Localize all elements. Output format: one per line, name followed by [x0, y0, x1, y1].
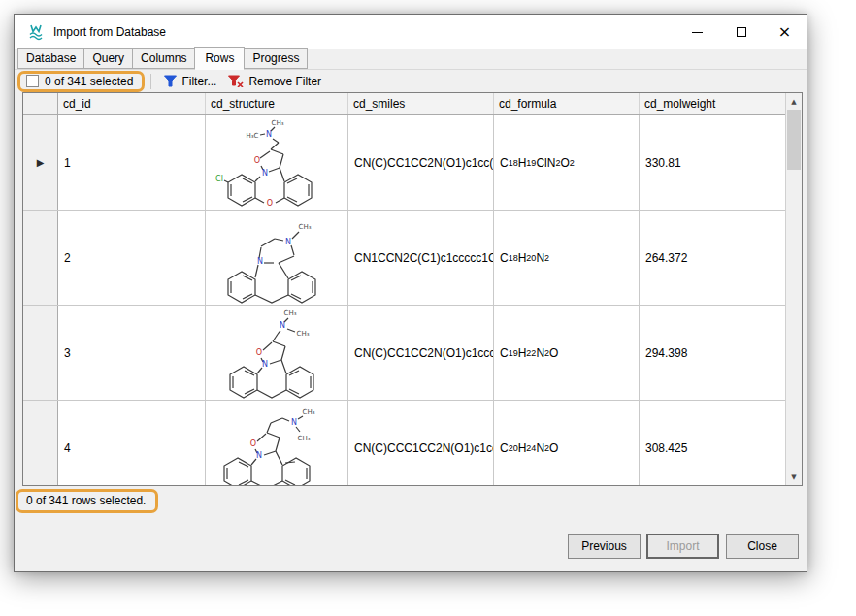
filter-button[interactable]: Filter... — [158, 73, 222, 90]
select-all-label: 0 of 341 selected — [45, 75, 133, 88]
cell-cd-id: 3 — [58, 306, 206, 400]
window-controls: × — [675, 15, 807, 49]
window-title: Import from Database — [53, 25, 166, 39]
status-bar: 0 of 341 rows selected. — [15, 486, 807, 515]
cell-cd-smiles: CN(C)CCC1CC2N(O1)c1cc… — [348, 401, 494, 486]
status-highlight-annotation: 0 of 341 rows selected. — [16, 489, 158, 513]
toolbar-separator — [150, 74, 151, 89]
svg-text:O: O — [256, 348, 262, 357]
cell-cd-smiles: CN1CCN2C(C1)c1ccccc1Cc… — [348, 211, 494, 305]
svg-text:N: N — [285, 238, 291, 246]
import-button[interactable]: Import — [646, 534, 719, 559]
molecule-structure-1: CH₃ H₃C N O N Cl O — [209, 116, 345, 210]
cell-cd-structure: N N CH₃ — [206, 211, 348, 305]
remove-filter-funnel-icon — [228, 75, 244, 87]
svg-text:O: O — [250, 439, 256, 448]
cell-cd-molweight: 308.425 — [640, 401, 785, 486]
minimize-button[interactable] — [675, 15, 719, 49]
column-header-cd-structure[interactable]: cd_structure — [206, 93, 348, 114]
maximize-icon — [737, 27, 746, 37]
scroll-up-icon: ▲ — [791, 98, 796, 106]
close-dialog-button[interactable]: Close — [726, 534, 799, 559]
cell-cd-smiles: CN(C)CC1CC2N(O1)c1cc(C… — [348, 115, 494, 210]
scrollbar-thumb[interactable] — [787, 110, 801, 170]
selection-highlight-annotation: 0 of 341 selected — [17, 71, 145, 92]
tab-progress[interactable]: Progress — [244, 48, 308, 69]
rows-selected-status: 0 of 341 rows selected. — [26, 494, 146, 507]
rows-toolbar: 0 of 341 selected Filter... Remove Filte… — [15, 70, 807, 92]
cell-cd-formula: C20H24N2O — [494, 401, 640, 486]
svg-text:CH₃: CH₃ — [299, 223, 312, 231]
svg-text:N: N — [266, 130, 272, 139]
svg-text:N: N — [256, 451, 262, 460]
scroll-up-button[interactable]: ▲ — [786, 93, 802, 110]
maximize-button[interactable] — [719, 15, 763, 49]
svg-text:N: N — [280, 321, 285, 330]
table-row[interactable]: 2 N N — [23, 211, 785, 306]
tab-database[interactable]: Database — [17, 48, 84, 69]
title-bar: Import from Database × — [15, 15, 807, 49]
tab-columns[interactable]: Columns — [132, 48, 195, 69]
filter-button-label: Filter... — [181, 75, 216, 88]
cell-cd-id: 4 — [58, 401, 206, 486]
results-grid: cd_id cd_structure cd_smiles cd_formula … — [22, 92, 803, 486]
close-button[interactable]: × — [763, 15, 807, 49]
cell-cd-id: 2 — [58, 211, 206, 305]
import-from-database-dialog: Import from Database × Database Query Co… — [14, 14, 807, 572]
svg-text:O: O — [267, 199, 273, 208]
cell-cd-molweight: 294.398 — [640, 306, 785, 400]
tab-strip: Database Query Columns Rows Progress — [15, 49, 807, 70]
select-all-checkbox[interactable] — [26, 75, 39, 87]
cell-cd-formula: C18H19ClN2O2 — [494, 115, 640, 210]
row-header-2[interactable] — [23, 211, 58, 305]
table-row[interactable]: 4 — [23, 401, 785, 486]
grid-header-row: cd_id cd_structure cd_smiles cd_formula … — [23, 93, 785, 115]
row-header-1[interactable]: ▶ — [23, 115, 58, 210]
molecule-structure-3: CH₃ CH₃ N O N — [209, 307, 345, 400]
row-header-4[interactable] — [23, 401, 58, 486]
cell-cd-structure: CH₃ CH₃ N O N — [206, 306, 348, 400]
row-header-3[interactable] — [23, 306, 58, 400]
cell-cd-molweight: 264.372 — [640, 211, 785, 305]
svg-text:CH₃: CH₃ — [297, 330, 310, 338]
cell-cd-formula: C19H22N2O — [494, 306, 640, 400]
grid-corner-cell[interactable] — [23, 93, 58, 114]
svg-text:O: O — [254, 156, 260, 165]
svg-text:CH₃: CH₃ — [284, 309, 297, 317]
svg-text:CH₃: CH₃ — [298, 435, 311, 442]
cell-cd-id: 1 — [58, 115, 206, 210]
column-header-cd-molweight[interactable]: cd_molweight — [640, 93, 785, 114]
remove-filter-button[interactable]: Remove Filter — [222, 73, 327, 90]
svg-text:N: N — [262, 360, 268, 369]
tab-rows[interactable]: Rows — [194, 47, 245, 70]
cell-cd-molweight: 330.81 — [640, 115, 785, 210]
molecule-structure-2: N N CH₃ — [209, 211, 345, 305]
previous-button[interactable]: Previous — [568, 534, 641, 559]
close-icon: × — [778, 24, 791, 40]
column-header-cd-id[interactable]: cd_id — [58, 93, 206, 114]
vertical-scrollbar[interactable]: ▲ ▼ — [785, 93, 802, 485]
tab-query[interactable]: Query — [83, 48, 133, 69]
scroll-down-icon: ▼ — [791, 473, 796, 481]
remove-filter-button-label: Remove Filter — [248, 75, 321, 88]
table-row[interactable]: ▶ 1 — [23, 115, 785, 211]
svg-text:Cl: Cl — [215, 175, 223, 183]
app-icon — [27, 23, 45, 41]
svg-text:CH₃: CH₃ — [272, 119, 284, 127]
column-header-cd-smiles[interactable]: cd_smiles — [348, 93, 494, 114]
svg-text:N: N — [291, 418, 297, 427]
svg-text:CH₃: CH₃ — [303, 408, 315, 416]
molecule-structure-4: CH₃ CH₃ N O N — [209, 402, 345, 487]
cell-cd-formula: C18H20N2 — [494, 211, 640, 305]
filter-funnel-icon — [164, 75, 177, 87]
scroll-down-button[interactable]: ▼ — [786, 469, 802, 485]
cell-cd-smiles: CN(C)CC1CC2N(O1)c1cccc… — [348, 306, 494, 400]
cell-cd-structure: CH₃ CH₃ N O N — [206, 401, 348, 486]
svg-text:H₃C: H₃C — [247, 132, 259, 140]
svg-text:N: N — [262, 169, 268, 178]
current-row-pointer-icon: ▶ — [37, 157, 45, 168]
svg-text:N: N — [257, 257, 263, 266]
column-header-cd-formula[interactable]: cd_formula — [494, 93, 640, 114]
table-row[interactable]: 3 — [23, 306, 785, 401]
cell-cd-structure: CH₃ H₃C N O N Cl O — [206, 115, 348, 210]
